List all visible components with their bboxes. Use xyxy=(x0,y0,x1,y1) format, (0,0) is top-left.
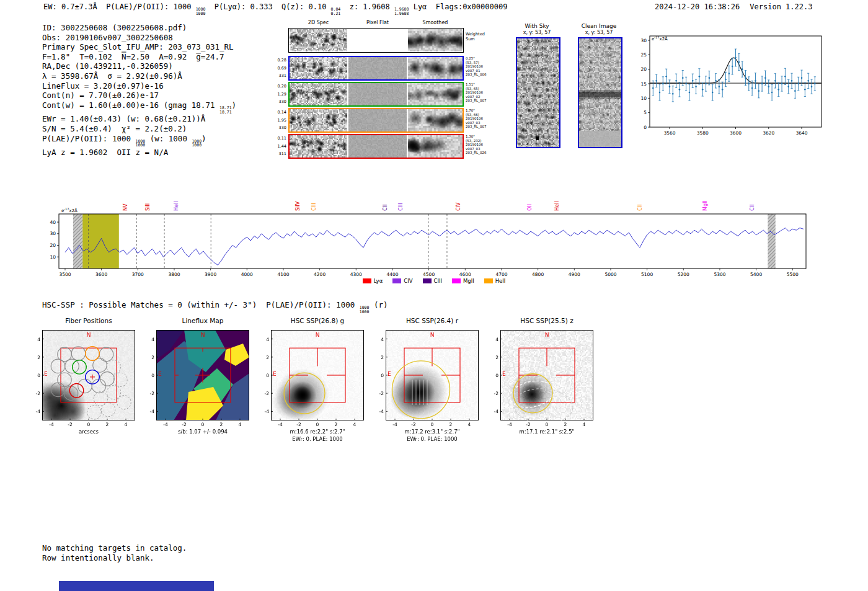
cutout-xlabel2: EWr: 0. PLAE: 1000 xyxy=(259,436,376,442)
tick-label: 3800 xyxy=(168,272,180,277)
with-sky-cutout-image xyxy=(517,38,559,147)
tick-label: 5400 xyxy=(750,272,762,277)
tick-label: 3600 xyxy=(730,130,742,136)
cutout-overlay-hsc_g xyxy=(271,330,364,420)
x-tick-label: 4 xyxy=(579,422,589,427)
y-tick-label: 4 xyxy=(31,337,40,342)
info-cont-w: Cont(w) = 1.60(±0.00)e-16 (gmag 18.71 18… xyxy=(42,100,236,115)
info-frame: F=1.8" T=0.102 N̅=2.50 A=0.92 g̅=24.7 xyxy=(42,52,236,62)
east-label: E xyxy=(273,371,277,377)
tick-label: 3500 xyxy=(59,272,71,277)
timestamp-version: 2024-12-20 16:38:26Version 1.22.3 xyxy=(655,2,812,11)
east-label: E xyxy=(44,371,48,377)
plae-w-stack: 10001000 xyxy=(192,140,202,148)
smoothed-image xyxy=(408,135,463,158)
y-tick-label: 4 xyxy=(489,337,498,342)
info-obs: Obs: 20190106v007_3002250608 xyxy=(42,33,236,43)
tick-label: 3560 xyxy=(663,130,675,136)
fiber-circle-highlight xyxy=(86,347,100,361)
cutout-xlabel: arcsecs xyxy=(30,429,148,435)
spec2d-row-weights: 0.280.69331 xyxy=(266,56,286,80)
spec2d-image xyxy=(290,29,347,51)
fiber-circles xyxy=(51,347,131,419)
y-tick-label: 2 xyxy=(489,355,498,360)
cutout-overlay-lineflux xyxy=(156,330,249,420)
tick-label: 4100 xyxy=(277,272,289,277)
spec2d-image xyxy=(290,57,347,79)
clean-image-cutout-image xyxy=(579,38,621,147)
line-label-MgII: MgII xyxy=(702,200,708,211)
axis-ticks xyxy=(271,339,355,420)
info-plae-text: P(LAE)/P(OII): 1000 xyxy=(42,134,136,143)
cutout-title: HSC SSP(26.8) g xyxy=(259,317,376,324)
line-label-CIII: CIII xyxy=(311,203,317,211)
x-tick-label: 0 xyxy=(84,422,94,427)
line-label-CII: CII xyxy=(750,205,755,211)
fiber-circle xyxy=(64,386,78,401)
full-spectrum-plot: 3500360037003800390040004100420043004400… xyxy=(31,184,831,289)
timestamp: 2024-12-20 16:38:26 xyxy=(655,2,740,11)
north-label: N xyxy=(544,332,550,338)
line-label-OII: OII xyxy=(527,204,533,211)
spec2d-row-annotations: 1.30"(53, 232)20190106v007_03203_RL_026 xyxy=(466,135,493,155)
x-tick-label: -4 xyxy=(505,422,515,427)
cutout-xlabel: m:17.2 re:3.1" s:2.7" xyxy=(373,429,491,435)
info-ewr: EWr = 1.40(±0.43) (w: 0.68(±0.21))Å xyxy=(42,114,236,124)
y-tick-label: -4 xyxy=(145,409,154,414)
info-lambda: λ = 3598.67Å σ = 2.92(±0.96)Å xyxy=(42,71,236,81)
tick-label: 4600 xyxy=(459,272,471,277)
cutout-title: HSC SSP(26.4) r xyxy=(373,317,491,324)
spec2d-row-weights: 0.201.29330 xyxy=(266,82,286,106)
y-tick-label: 0 xyxy=(31,373,40,378)
info-cont-w-text: Cont(w) = 1.60(±0.00)e-16 (gmag 18.71 xyxy=(42,100,219,110)
fiber-circle xyxy=(99,347,113,362)
catalog-header-text: HSC-SSP : Possible Matches = 0 (within +… xyxy=(42,300,360,309)
fiber-circle xyxy=(78,379,92,393)
x-tick-label: 0 xyxy=(198,422,208,427)
line-label-SiII: SiII xyxy=(145,203,151,211)
tick-label: 20 xyxy=(50,242,56,248)
tick-label: 4200 xyxy=(314,272,326,277)
info-plae-text: (w: 1000 xyxy=(145,134,192,143)
fiber-circle xyxy=(71,347,86,361)
y-tick-label: 2 xyxy=(374,355,384,360)
cutout-xlabel: s/b: 1.07 +/- 0.094 xyxy=(144,429,262,435)
x-tick-label: 0 xyxy=(312,422,322,427)
y-tick-label: 0 xyxy=(260,373,269,378)
y-tick-label: 4 xyxy=(374,337,384,342)
gmag-range-stack: 18.7118.71 xyxy=(219,106,232,115)
spectrum-trace xyxy=(65,228,804,265)
plot-frame xyxy=(59,214,806,269)
tick-label: 5000 xyxy=(604,272,616,277)
fiber-circle-dashed xyxy=(107,385,121,399)
tick-label: 3600 xyxy=(95,272,107,277)
tick-label: 5100 xyxy=(641,272,653,277)
y-tick-label: 2 xyxy=(31,355,40,360)
cutout-overlay-fibers xyxy=(42,330,135,420)
z-range-stack: 1.96081.9608 xyxy=(394,7,409,16)
masked-region xyxy=(768,214,775,269)
line-label-CII: CII xyxy=(383,205,388,211)
fiber-circle-dashed xyxy=(101,402,115,417)
tick-label: 5500 xyxy=(787,272,799,277)
fiber-circle xyxy=(65,359,79,373)
tick-label: 4300 xyxy=(350,272,362,277)
info-sn: S/N = 5.4(±0.4) χ² = 2.2(±0.2) xyxy=(42,124,236,134)
x-tick-label: 4 xyxy=(121,422,131,427)
line-label-CIV: CIV xyxy=(456,202,461,211)
note-line: No matching targets in catalog. xyxy=(42,543,187,553)
line-label-CIII: CIII xyxy=(398,203,404,211)
north-label: N xyxy=(200,332,206,338)
spec2d-image xyxy=(290,109,347,131)
pixel-flat-image xyxy=(348,135,407,158)
north-label: N xyxy=(429,332,435,338)
smoothed-image xyxy=(408,57,463,79)
x-tick-label: 4 xyxy=(235,422,245,427)
line-fit-plot: 05101520253035603580360036203640 xyxy=(637,31,830,136)
tick-label: 0 xyxy=(644,125,647,130)
x-tick-label: 2 xyxy=(446,422,456,427)
y-tick-label: 4 xyxy=(145,337,154,342)
info-radec: RA,Dec (10.439211,-0.326059) xyxy=(42,61,236,71)
x-tick-label: -2 xyxy=(65,422,75,427)
tick-label: 10 xyxy=(640,96,647,101)
